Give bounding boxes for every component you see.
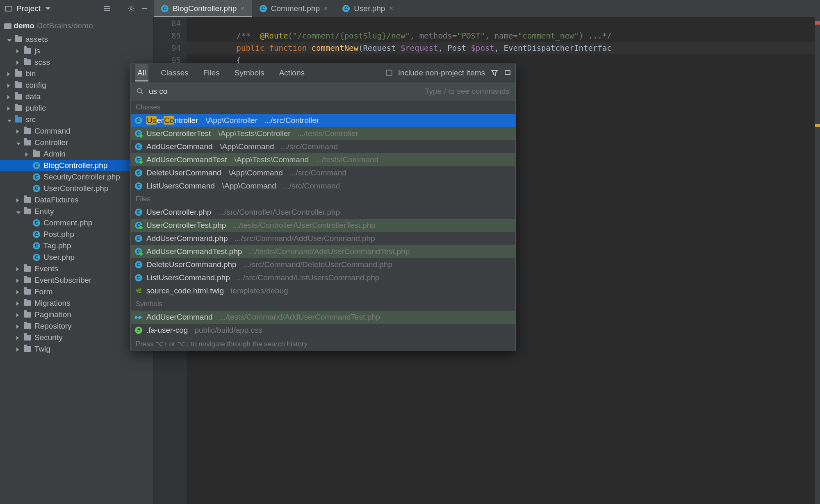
- tree-label: assets: [25, 35, 48, 44]
- divider: [119, 3, 119, 14]
- php-class-icon: C: [33, 185, 40, 192]
- folder-icon: [24, 209, 31, 214]
- tree-label: scss: [34, 58, 50, 67]
- search-result-row[interactable]: CAddUserCommandTest\App\Tests\Command...…: [131, 153, 515, 166]
- pin-icon[interactable]: [504, 69, 511, 77]
- tree-twist-icon[interactable]: [16, 287, 20, 296]
- result-path: .../tests/Controller: [297, 129, 358, 138]
- result-name: UserController.php: [146, 208, 211, 217]
- tree-twist-icon[interactable]: [16, 195, 20, 204]
- folder-icon: [4, 23, 11, 29]
- search-tab[interactable]: All: [135, 64, 148, 82]
- editor-tab[interactable]: CComment.php×: [252, 0, 335, 17]
- tree-twist-icon[interactable]: [16, 138, 20, 147]
- search-result-row[interactable]: 🌿source_code.html.twigtemplates/debug: [131, 284, 515, 297]
- search-tab[interactable]: Classes: [158, 64, 191, 82]
- result-path: .../src/Controller/UserController.php: [218, 208, 340, 217]
- search-result-row[interactable]: CListUsersCommand.php.../src/Command/Lis…: [131, 271, 515, 284]
- folder-icon: [24, 312, 31, 318]
- search-result-row[interactable]: CAddUserCommandTest.php.../tests/Command…: [131, 245, 515, 258]
- tree-twist-icon[interactable]: [16, 46, 20, 55]
- folder-icon: [15, 82, 22, 88]
- project-root-path: demo /JetBrains/demo: [0, 20, 153, 34]
- close-icon[interactable]: ×: [389, 5, 393, 12]
- result-path: .../tests/Controller/UserControllerTest.…: [232, 221, 375, 230]
- tree-twist-icon[interactable]: [16, 264, 20, 273]
- result-namespace: \App\Command: [220, 142, 274, 151]
- tree-twist-icon[interactable]: [7, 104, 11, 113]
- search-tab[interactable]: Symbols: [232, 64, 267, 82]
- folder-icon: [24, 48, 31, 54]
- search-input[interactable]: [149, 87, 420, 96]
- tree-folder[interactable]: js: [0, 45, 153, 57]
- result-path: .../src/Command/DeleteUserCommand.php: [243, 260, 392, 269]
- tree-twist-icon[interactable]: [7, 35, 11, 44]
- search-tab[interactable]: Files: [201, 64, 222, 82]
- result-name: ListUsersCommand.php: [146, 273, 230, 282]
- search-result-row[interactable]: #.fa-user-cogpublic/build/app.css: [131, 324, 515, 337]
- svg-rect-0: [5, 6, 12, 11]
- folder-icon: [33, 151, 40, 157]
- select-opened-file-icon[interactable]: [102, 4, 112, 13]
- tree-twist-icon[interactable]: [16, 127, 20, 136]
- folder-icon: [15, 105, 22, 111]
- search-result-row[interactable]: CDeleteUserCommand.php.../src/Command/De…: [131, 258, 515, 271]
- result-namespace: \App\Command: [222, 182, 276, 191]
- tree-twist-icon[interactable]: [16, 276, 20, 285]
- close-icon[interactable]: ×: [241, 5, 244, 12]
- search-icon: [137, 88, 144, 95]
- tree-label: Tag.php: [43, 241, 71, 250]
- php-test-icon: C: [135, 248, 142, 255]
- tree-twist-icon[interactable]: [7, 69, 11, 78]
- tree-twist-icon[interactable]: [16, 299, 20, 308]
- result-path: .../src/Command/AddUserCommand.php: [235, 234, 375, 243]
- result-name: AddUserCommand: [146, 313, 213, 322]
- search-result-row[interactable]: CUserControllerTest\App\Tests\Controller…: [131, 127, 515, 140]
- include-non-project-checkbox[interactable]: [386, 70, 392, 76]
- tree-twist-icon[interactable]: [16, 310, 20, 319]
- php-class-icon: C: [135, 261, 142, 268]
- svg-rect-3: [4, 23, 11, 29]
- tree-twist-icon[interactable]: [7, 115, 11, 124]
- search-result-row[interactable]: ▶▶AddUserCommand.../tests/Command/AddUse…: [131, 311, 515, 324]
- gear-icon[interactable]: [127, 4, 136, 13]
- folder-icon: [15, 36, 22, 42]
- project-tool-window-header[interactable]: Project: [0, 0, 154, 17]
- editor-tab[interactable]: CBlogController.php×: [154, 0, 252, 17]
- folder-icon: [24, 140, 31, 145]
- search-result-row[interactable]: CDeleteUserCommand\App\Command.../src/Co…: [131, 166, 515, 179]
- tree-twist-icon[interactable]: [16, 333, 20, 342]
- search-tab[interactable]: Actions: [277, 64, 307, 82]
- tree-twist-icon[interactable]: [16, 322, 20, 331]
- search-result-row[interactable]: CAddUserCommand\App\Command.../src/Comma…: [131, 140, 515, 153]
- php-class-icon: C: [33, 242, 40, 250]
- error-stripe[interactable]: [815, 17, 820, 504]
- folder-icon: [24, 323, 31, 329]
- search-result-row[interactable]: CUserController\App\Controller.../src/Co…: [131, 114, 515, 127]
- php-class-icon: C: [135, 182, 142, 190]
- filter-icon[interactable]: [491, 69, 498, 77]
- folder-icon: [24, 346, 31, 352]
- editor-tabs-bar: CBlogController.php×CComment.php×CUser.p…: [154, 0, 820, 17]
- result-name: AddUserCommandTest: [146, 155, 227, 164]
- search-result-row[interactable]: CAddUserCommand.php.../src/Command/AddUs…: [131, 232, 515, 245]
- close-icon[interactable]: ×: [324, 5, 328, 12]
- tree-twist-icon[interactable]: [16, 58, 20, 67]
- tree-folder[interactable]: assets: [0, 34, 153, 45]
- folder-icon: [24, 277, 31, 283]
- search-result-row[interactable]: CUserController.php.../src/Controller/Us…: [131, 206, 515, 219]
- tree-twist-icon[interactable]: [16, 345, 20, 354]
- tree-twist-icon[interactable]: [7, 92, 11, 101]
- tree-label: Security: [34, 333, 63, 342]
- tree-twist-icon[interactable]: [16, 207, 20, 216]
- search-result-row[interactable]: CUserControllerTest.php.../tests/Control…: [131, 219, 515, 232]
- hide-icon[interactable]: [140, 4, 149, 13]
- tree-label: config: [25, 81, 46, 90]
- tree-twist-icon[interactable]: [7, 81, 11, 90]
- tree-label: data: [25, 92, 41, 101]
- result-name: DeleteUserCommand: [146, 168, 221, 177]
- editor-tab[interactable]: CUser.php×: [335, 0, 400, 17]
- include-non-project-label: Include non-project items: [398, 68, 485, 77]
- search-result-row[interactable]: CListUsersCommand\App\Command.../src/Com…: [131, 179, 515, 193]
- tree-twist-icon[interactable]: [25, 150, 30, 159]
